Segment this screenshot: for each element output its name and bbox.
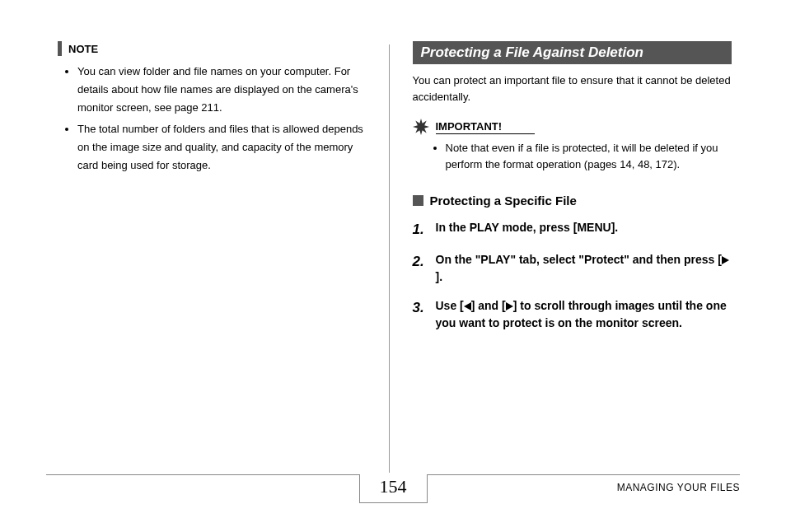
step-text: On the "PLAY" tab, select "Protect" and … — [436, 251, 732, 286]
note-label: NOTE — [68, 43, 98, 55]
step-item: 1. In the PLAY mode, press [MENU]. — [413, 219, 732, 240]
note-bullet: The total number of folders and files th… — [77, 120, 374, 175]
note-bullet-list: You can view folder and file names on yo… — [54, 63, 374, 175]
section-title: Protecting a File Against Deletion — [413, 41, 732, 64]
footer-section-label: MANAGING YOUR FILES — [617, 482, 740, 493]
step-item: 3. Use [] and [] to scroll through image… — [413, 297, 732, 332]
step-number: 1. — [413, 219, 428, 240]
starburst-icon — [413, 119, 429, 135]
triangle-right-icon — [506, 302, 513, 310]
important-bullet: Note that even if a file is protected, i… — [446, 140, 732, 173]
triangle-left-icon — [464, 302, 471, 310]
step-number: 2. — [413, 251, 428, 286]
section-intro: You can protect an important file to ens… — [413, 72, 732, 105]
important-bullet-list: Note that even if a file is protected, i… — [413, 140, 732, 173]
square-bullet-icon — [413, 195, 423, 206]
steps-list: 1. In the PLAY mode, press [MENU]. 2. On… — [413, 219, 732, 333]
triangle-right-icon — [722, 256, 729, 264]
step-item: 2. On the "PLAY" tab, select "Protect" a… — [413, 251, 732, 286]
sub-heading: Protecting a Specific File — [430, 194, 577, 208]
important-label: IMPORTANT! — [436, 120, 536, 134]
note-bar-icon — [58, 41, 62, 56]
step-number: 3. — [413, 297, 428, 332]
page-number: 154 — [359, 474, 428, 503]
svg-marker-0 — [413, 119, 429, 135]
note-bullet: You can view folder and file names on yo… — [77, 63, 374, 117]
step-text: Use [] and [] to scroll through images u… — [436, 297, 732, 332]
page-footer: 154 MANAGING YOUR FILES — [46, 474, 740, 509]
step-text: In the PLAY mode, press [MENU]. — [436, 219, 619, 240]
